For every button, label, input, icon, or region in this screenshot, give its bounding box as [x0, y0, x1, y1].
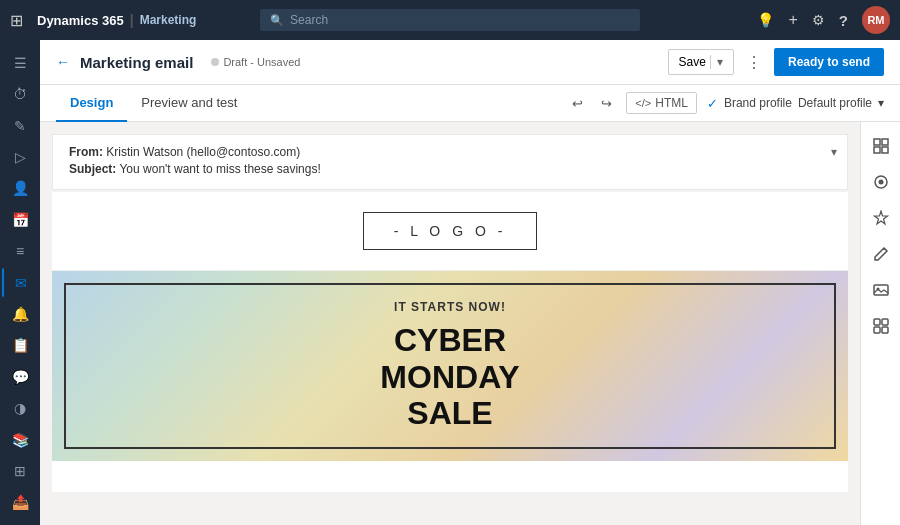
- hero-border: IT STARTS NOW! CYBER MONDAY SALE: [64, 283, 836, 449]
- email-canvas: From: Kristin Watson (hello@contoso.com)…: [40, 122, 860, 525]
- sidebar-item-publish[interactable]: 📤: [2, 488, 38, 517]
- html-label: HTML: [655, 96, 688, 110]
- sidebar-item-list[interactable]: ≡: [2, 236, 38, 265]
- status-badge: Draft - Unsaved: [211, 56, 300, 68]
- hero-section[interactable]: IT STARTS NOW! CYBER MONDAY SALE: [52, 271, 848, 461]
- page-title: Marketing email: [80, 54, 193, 71]
- html-button[interactable]: </> HTML: [626, 92, 697, 114]
- svg-rect-1: [882, 139, 888, 145]
- subject-value: You won't want to miss these savings!: [119, 162, 320, 176]
- from-value: Kristin Watson (hello@contoso.com): [106, 145, 300, 159]
- subject-label: Subject:: [69, 162, 116, 176]
- from-field: From: Kristin Watson (hello@contoso.com): [69, 145, 831, 159]
- hero-title-line2: MONDAY: [380, 359, 519, 396]
- logo-section[interactable]: - L O G O -: [52, 192, 848, 271]
- page-layout: ☰ ⏱ ✎ ▷ 👤 📅 ≡ ✉ 🔔 📋 💬 ◑ 📚 ⊞ 📤 ← Marketin…: [0, 40, 900, 525]
- brand-profile-value: Default profile: [798, 96, 872, 110]
- brand-profile-icon: ✓: [707, 96, 718, 111]
- content-area: From: Kristin Watson (hello@contoso.com)…: [40, 122, 900, 525]
- sidebar-item-contacts[interactable]: 👤: [2, 174, 38, 203]
- sidebar-item-apps[interactable]: ⊞: [2, 456, 38, 485]
- email-body: - L O G O - IT STARTS NOW! CYBER MONDAY …: [52, 192, 848, 492]
- settings-icon[interactable]: ⚙: [812, 12, 825, 28]
- svg-rect-0: [874, 139, 880, 145]
- help-icon[interactable]: ?: [839, 12, 848, 29]
- status-text: Draft - Unsaved: [223, 56, 300, 68]
- svg-rect-9: [882, 319, 888, 325]
- email-header-info: From: Kristin Watson (hello@contoso.com)…: [52, 134, 848, 190]
- svg-rect-8: [874, 319, 880, 325]
- logo-placeholder: - L O G O -: [363, 212, 538, 250]
- chevron-down-icon: ▾: [878, 96, 884, 110]
- status-dot: [211, 58, 219, 66]
- html-icon: </>: [635, 97, 651, 109]
- style-icon[interactable]: [864, 202, 898, 234]
- tab-actions: ↩ ↪ </> HTML ✓ Brand profile Default pro…: [568, 92, 884, 115]
- save-label: Save: [679, 55, 706, 69]
- sidebar-item-menu[interactable]: ☰: [2, 48, 38, 77]
- avatar[interactable]: RM: [862, 6, 890, 34]
- search-input[interactable]: [290, 13, 630, 27]
- more-button[interactable]: ⋮: [742, 49, 766, 76]
- svg-rect-11: [882, 327, 888, 333]
- brand-profile-selector[interactable]: ✓ Brand profile Default profile ▾: [707, 96, 884, 111]
- sidebar-item-chat[interactable]: 💬: [2, 362, 38, 391]
- svg-rect-2: [874, 147, 880, 153]
- svg-point-5: [878, 180, 883, 185]
- nav-icons: 💡 + ⚙ ? RM: [757, 6, 890, 34]
- layout-icon[interactable]: [864, 130, 898, 162]
- sidebar-item-library[interactable]: 📚: [2, 425, 38, 454]
- tabs-bar: Design Preview and test ↩ ↪ </> HTML ✓ B…: [40, 85, 900, 122]
- brand-profile-label: Brand profile: [724, 96, 792, 110]
- sidebar-item-email[interactable]: ✉: [2, 268, 38, 297]
- right-panel: [860, 122, 900, 525]
- svg-rect-6: [874, 285, 888, 295]
- collapse-button[interactable]: ▾: [831, 145, 837, 159]
- from-label: From:: [69, 145, 103, 159]
- main-content: ← Marketing email Draft - Unsaved Save ▾…: [40, 40, 900, 525]
- add-icon[interactable]: +: [788, 11, 797, 29]
- image-icon[interactable]: [864, 274, 898, 306]
- save-caret[interactable]: ▾: [710, 55, 723, 69]
- hero-title-line3: SALE: [380, 395, 519, 432]
- grid-icon[interactable]: ⊞: [10, 11, 23, 30]
- lightbulb-icon[interactable]: 💡: [757, 12, 774, 28]
- top-navigation: ⊞ Dynamics 365 | Marketing 🔍 💡 + ⚙ ? RM: [0, 0, 900, 40]
- sidebar-item-notifications[interactable]: 🔔: [2, 299, 38, 328]
- header-bar: ← Marketing email Draft - Unsaved Save ▾…: [40, 40, 900, 85]
- sidebar-item-recent[interactable]: ⏱: [2, 79, 38, 108]
- back-button[interactable]: ←: [56, 54, 70, 70]
- elements-icon[interactable]: [864, 166, 898, 198]
- svg-rect-10: [874, 327, 880, 333]
- search-bar[interactable]: 🔍: [260, 9, 640, 31]
- pencil-icon[interactable]: [864, 238, 898, 270]
- svg-rect-3: [882, 147, 888, 153]
- hero-title-line1: CYBER: [380, 322, 519, 359]
- subject-field: Subject: You won't want to miss these sa…: [69, 162, 831, 176]
- app-name: Dynamics 365: [37, 13, 124, 28]
- app-module: Marketing: [140, 13, 197, 27]
- left-sidebar: ☰ ⏱ ✎ ▷ 👤 📅 ≡ ✉ 🔔 📋 💬 ◑ 📚 ⊞ 📤: [0, 40, 40, 525]
- hero-subtitle: IT STARTS NOW!: [394, 300, 506, 314]
- more-tools-icon[interactable]: [864, 310, 898, 342]
- sidebar-item-calendar[interactable]: 📅: [2, 205, 38, 234]
- sidebar-item-edit[interactable]: ✎: [2, 111, 38, 140]
- sidebar-item-play[interactable]: ▷: [2, 142, 38, 171]
- tab-design[interactable]: Design: [56, 85, 127, 122]
- redo-button[interactable]: ↪: [597, 92, 616, 115]
- search-icon: 🔍: [270, 14, 284, 27]
- header-actions: Save ▾ ⋮ Ready to send: [668, 48, 884, 76]
- undo-button[interactable]: ↩: [568, 92, 587, 115]
- hero-title: CYBER MONDAY SALE: [380, 322, 519, 432]
- app-logo: Dynamics 365 | Marketing: [37, 12, 196, 28]
- sidebar-item-analytics[interactable]: ◑: [2, 393, 38, 422]
- sidebar-item-forms[interactable]: 📋: [2, 331, 38, 360]
- save-button[interactable]: Save ▾: [668, 49, 734, 75]
- tab-preview[interactable]: Preview and test: [127, 85, 251, 122]
- ready-to-send-button[interactable]: Ready to send: [774, 48, 884, 76]
